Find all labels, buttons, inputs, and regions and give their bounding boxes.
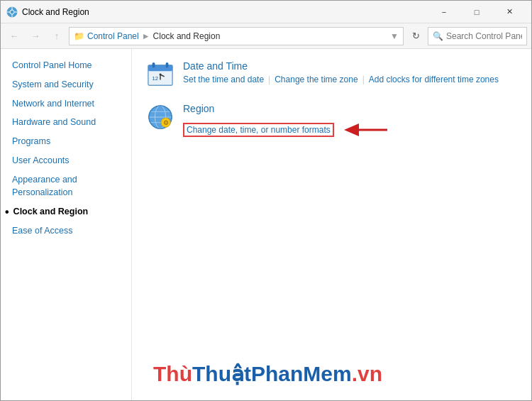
svg-text:⚙: ⚙ — [163, 119, 169, 126]
window-controls: − □ ✕ — [428, 1, 526, 23]
sidebar-item-appearance[interactable]: Appearance and Personalization — [1, 170, 131, 203]
breadcrumb-separator: ► — [142, 31, 150, 41]
close-button[interactable]: ✕ — [493, 1, 526, 23]
sidebar-label: Programs — [12, 135, 50, 148]
sidebar-label: Clock and Region — [13, 205, 89, 219]
red-arrow-icon — [334, 117, 391, 143]
region-title[interactable]: Region — [183, 103, 517, 114]
main-window: Clock and Region − □ ✕ ← → ↑ 📁 Control P… — [0, 0, 532, 401]
sidebar-item-programs[interactable]: Programs — [1, 132, 131, 151]
content-area: 12 Date and Time Set the time and date |… — [132, 49, 531, 400]
watermark-phan: Phan — [251, 362, 303, 386]
sidebar-item-clock-region: Clock and Region — [1, 202, 131, 221]
svg-rect-8 — [153, 62, 155, 68]
sidebar: Control Panel Home System and Security N… — [1, 49, 132, 400]
sidebar-item-ease-access[interactable]: Ease of Access — [1, 221, 131, 241]
region-icon: ⚙ — [146, 103, 174, 131]
date-time-icon: 12 — [146, 60, 174, 89]
sidebar-label: Ease of Access — [12, 224, 72, 238]
breadcrumb-current: Clock and Region — [153, 31, 221, 41]
region-row: ⚙ Region Change date, time, or number fo… — [146, 103, 517, 143]
set-time-link[interactable]: Set the time and date — [183, 75, 264, 84]
window-icon — [6, 6, 18, 18]
svg-text:12: 12 — [153, 75, 158, 82]
date-time-row: 12 Date and Time Set the time and date |… — [146, 60, 517, 89]
search-field[interactable]: 🔍 — [428, 27, 527, 45]
sidebar-label: Network and Internet — [12, 97, 94, 111]
change-formats-link[interactable]: Change date, time, or number formats — [183, 123, 334, 137]
minimize-button[interactable]: − — [428, 1, 460, 23]
sidebar-item-user-accounts[interactable]: User Accounts — [1, 151, 131, 170]
watermark-mem: Mem — [303, 362, 351, 386]
search-input[interactable] — [446, 31, 522, 41]
address-chevron-icon[interactable]: ▼ — [390, 31, 399, 41]
window-title: Clock and Region — [22, 7, 428, 17]
title-bar: Clock and Region − □ ✕ — [1, 1, 531, 23]
sidebar-label: System and Security — [12, 78, 94, 92]
search-icon: 🔍 — [433, 31, 443, 41]
folder-icon: 📁 — [74, 31, 84, 41]
maximize-button[interactable]: □ — [460, 1, 493, 23]
sidebar-item-network-internet[interactable]: Network and Internet — [1, 94, 131, 114]
date-time-links: Set the time and date | Change the time … — [183, 75, 517, 84]
watermark: Thù Thuật Phan Mem .vn — [153, 361, 382, 386]
add-clocks-link[interactable]: Add clocks for different time zones — [369, 75, 499, 84]
main-content: Control Panel Home System and Security N… — [1, 49, 531, 400]
watermark-vn: .vn — [352, 362, 382, 386]
sidebar-label: Appearance and Personalization — [12, 173, 123, 200]
sidebar-item-hardware-sound[interactable]: Hardware and Sound — [1, 113, 131, 132]
sidebar-label: Control Panel Home — [12, 59, 92, 72]
forward-button[interactable]: → — [26, 27, 45, 45]
svg-rect-7 — [148, 65, 172, 72]
watermark-thu: Thù — [153, 362, 192, 386]
address-bar: ← → ↑ 📁 Control Panel ► Clock and Region… — [1, 23, 531, 49]
back-button[interactable]: ← — [5, 27, 23, 45]
svg-point-13 — [160, 74, 162, 76]
link-sep-2: | — [362, 75, 365, 84]
region-details: Region Change date, time, or number form… — [183, 103, 517, 143]
breadcrumb-control-panel[interactable]: Control Panel — [87, 31, 139, 41]
refresh-button[interactable]: ↻ — [406, 27, 425, 45]
link-sep-1: | — [268, 75, 270, 84]
region-links: Change date, time, or number formats — [183, 117, 517, 143]
sidebar-label: Hardware and Sound — [12, 116, 96, 129]
svg-rect-9 — [166, 62, 169, 68]
sidebar-item-control-panel-home[interactable]: Control Panel Home — [1, 56, 131, 75]
sidebar-item-system-security[interactable]: System and Security — [1, 75, 131, 94]
sidebar-label: User Accounts — [12, 154, 70, 167]
up-button[interactable]: ↑ — [48, 27, 66, 45]
change-timezone-link[interactable]: Change the time zone — [275, 75, 358, 84]
date-time-details: Date and Time Set the time and date | Ch… — [183, 60, 517, 84]
watermark-thuat: Thuật — [192, 361, 251, 386]
date-time-title[interactable]: Date and Time — [183, 60, 517, 72]
address-field[interactable]: 📁 Control Panel ► Clock and Region ▼ — [69, 27, 404, 45]
